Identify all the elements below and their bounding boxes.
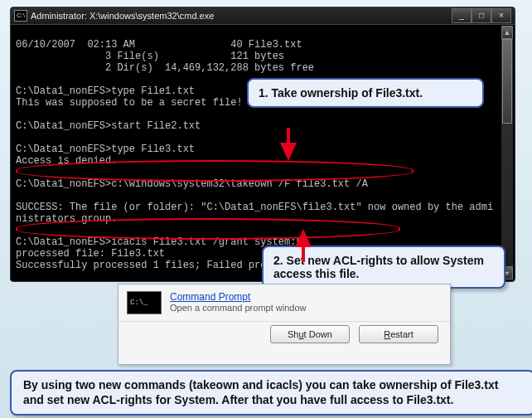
- callout-1: 1. Take ownership of File3.txt.: [247, 78, 484, 108]
- output-line: C:\Data1_nonEFS>type File3.txt: [16, 143, 195, 155]
- arrow-2-icon: [295, 229, 312, 247]
- command-prompt-link[interactable]: Command Prompt: [170, 291, 306, 303]
- close-button[interactable]: ×: [491, 8, 511, 23]
- terminal-output: 06/10/2007 02:13 AM 40 File3.txt 3 File(…: [11, 25, 515, 282]
- arrow-1-icon: [280, 143, 297, 161]
- callout-1-text: 1. Take ownership of File3.txt.: [259, 86, 423, 100]
- command-prompt-icon: C:\_: [127, 291, 162, 314]
- explanation-text: By using two new commands (takeown and i…: [23, 378, 498, 406]
- command-prompt-panel: C:\_ Command Prompt Open a command promp…: [118, 284, 451, 365]
- cmd-window: C:\ Administrator: X:\windows\system32\c…: [10, 7, 515, 282]
- button-row: Shut Down Restart: [118, 321, 450, 343]
- output-line: This was supposed to be a secret file!: [16, 97, 243, 109]
- callout-2: 2. Set new ACL-rights to allow System ac…: [262, 245, 505, 289]
- output-line: C:\Data1_nonEFS>type File1.txt: [16, 85, 195, 97]
- command-prompt-desc: Open a command prompt window: [170, 303, 306, 313]
- output-line: C:\Data1_nonEFS>icacls File3.txt /grant …: [16, 236, 302, 248]
- shutdown-button[interactable]: Shut Down: [270, 325, 350, 343]
- output-line: SUCCESS: The file (or folder): "C:\Data1…: [16, 202, 493, 225]
- cmd-icon: C:\: [14, 10, 27, 22]
- explanation-box: By using two new commands (takeown and i…: [10, 370, 532, 416]
- output-line: 2 Dir(s) 14,469,132,288 bytes free: [16, 62, 314, 74]
- callout-2-text: 2. Set new ACL-rights to allow System ac…: [273, 254, 484, 280]
- minimize-button[interactable]: _: [452, 8, 472, 23]
- restart-button[interactable]: Restart: [359, 325, 438, 343]
- maximize-button[interactable]: □: [472, 8, 491, 23]
- window-title: Administrator: X:\windows\system32\cmd.e…: [31, 7, 214, 24]
- output-line: processed file: File3.txt: [16, 248, 165, 260]
- titlebar[interactable]: C:\ Administrator: X:\windows\system32\c…: [11, 7, 515, 25]
- output-line: 06/10/2007 02:13 AM 40 File3.txt: [16, 39, 302, 51]
- output-line: C:\Data1_nonEFS>c:\windows\system32\take…: [16, 178, 368, 190]
- output-line: 3 File(s) 121 bytes: [16, 51, 284, 62]
- command-prompt-text: Command Prompt Open a command prompt win…: [170, 291, 306, 313]
- output-line: Access is denied.: [16, 155, 117, 167]
- output-line: C:\Data1_nonEFS>start File2.txt: [16, 120, 201, 132]
- window-buttons: _ □ ×: [452, 8, 511, 23]
- command-prompt-item[interactable]: C:\_ Command Prompt Open a command promp…: [118, 284, 450, 321]
